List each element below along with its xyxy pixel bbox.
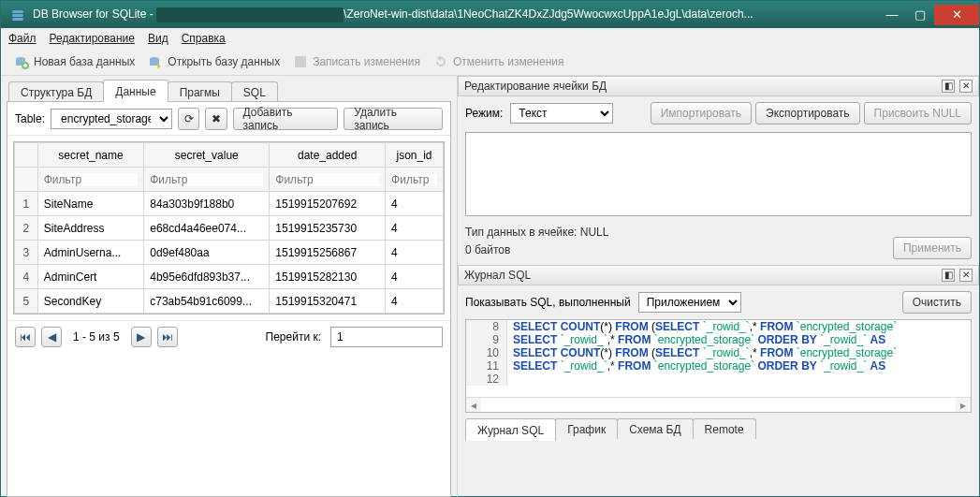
menu-file[interactable]: Файл <box>8 32 37 45</box>
menu-help[interactable]: Справка <box>182 32 226 45</box>
tab-Структура БД[interactable]: Структура БД <box>8 81 104 102</box>
toolbar: Новая база данных Открыть базу данных За… <box>1 48 979 76</box>
right-pane: Редактирование ячейки БД ◧ ✕ Режим: Текс… <box>458 76 979 497</box>
data-tab-body: Table: encrypted_storage ⟳ ✖ Добавить за… <box>7 101 451 497</box>
pager-first[interactable]: ⏮ <box>15 327 36 347</box>
revert-icon <box>433 54 448 69</box>
bottom-tab-Журнал SQL[interactable]: Журнал SQL <box>465 418 556 441</box>
save-label: Записать изменения <box>313 55 420 68</box>
clear-log-button[interactable]: Очистить <box>902 291 972 314</box>
cell-editor-float-icon[interactable]: ◧ <box>942 80 955 93</box>
scroll-right-icon[interactable]: ▸ <box>956 398 971 413</box>
col-json_id[interactable]: json_id <box>386 143 444 168</box>
tab-Данные[interactable]: Данные <box>103 80 168 102</box>
cell-editor-header: Редактирование ячейки БД ◧ ✕ <box>458 76 979 96</box>
filter-date_added[interactable] <box>275 173 379 186</box>
add-row-button[interactable]: Добавить запись <box>233 108 339 130</box>
cell-editor-body: Режим: Текст Импортировать Экспортироват… <box>458 96 979 265</box>
col-secret_value[interactable]: secret_value <box>144 143 270 168</box>
filter-secret_name[interactable] <box>44 173 138 186</box>
cell-editor-title: Редактирование ячейки БД <box>464 80 607 93</box>
clear-filters-button[interactable]: ✖ <box>205 108 227 130</box>
data-grid[interactable]: secret_namesecret_valuedate_addedjson_id… <box>14 142 444 314</box>
left-pane: Структура БДДанныеПрагмыSQL Table: encry… <box>1 76 458 497</box>
bottom-tab-График[interactable]: График <box>555 418 618 439</box>
sql-log-controls: Показывать SQL, выполненный Приложением … <box>458 285 979 319</box>
cell-editor-textarea[interactable] <box>465 132 972 216</box>
menu-view[interactable]: Вид <box>148 32 168 45</box>
menubar: Файл Редактирование Вид Справка <box>1 28 979 48</box>
sql-hscroll[interactable]: ◂ ▸ <box>466 397 971 412</box>
main-area: Структура БДДанныеПрагмыSQL Table: encry… <box>1 76 979 497</box>
scroll-left-icon[interactable]: ◂ <box>466 398 481 413</box>
open-db-button[interactable]: Открыть базу данных <box>148 54 280 69</box>
table-row[interactable]: 5SecondKeyc73ab54b91c6099...151991532047… <box>15 289 444 314</box>
save-changes-button: Записать изменения <box>293 54 420 69</box>
open-db-label: Открыть базу данных <box>168 55 280 68</box>
bottom-tabs: Журнал SQLГрафикСхема БДRemote <box>465 418 979 441</box>
set-null-button: Присвоить NULL <box>864 102 972 124</box>
open-db-icon <box>148 54 163 69</box>
pager-prev[interactable]: ◀ <box>41 327 62 347</box>
svg-rect-0 <box>12 10 23 13</box>
delete-row-button[interactable]: Удалить запись <box>344 108 443 130</box>
pager-next[interactable]: ▶ <box>131 327 152 347</box>
sql-log-title: Журнал SQL <box>464 269 531 282</box>
sql-log-close-icon[interactable]: ✕ <box>959 269 973 282</box>
sql-log-float-icon[interactable]: ◧ <box>942 269 955 282</box>
cell-editor-close-icon[interactable]: ✕ <box>959 80 973 93</box>
maximize-button[interactable]: ▢ <box>906 5 934 25</box>
pager-last[interactable]: ⏭ <box>157 327 178 347</box>
app-window: DB Browser for SQLite - \ZeroNet-win-dis… <box>0 0 980 497</box>
svg-rect-2 <box>12 18 23 21</box>
table-row[interactable]: 4AdminCert4b95e6dfd893b37...151991528213… <box>15 265 444 289</box>
mode-select[interactable]: Текст <box>510 103 613 124</box>
import-button: Импортировать <box>651 102 752 124</box>
cell-size-label: 0 байтов <box>465 241 893 259</box>
sql-log-view[interactable]: 8SELECT COUNT(*) FROM (SELECT `_rowid_`,… <box>465 319 972 413</box>
goto-input[interactable] <box>330 327 443 347</box>
app-icon <box>8 6 27 24</box>
col-secret_name[interactable]: secret_name <box>37 143 143 168</box>
sql-line: 12 <box>466 373 971 386</box>
filter-secret_value[interactable] <box>150 173 263 186</box>
mode-label: Режим: <box>465 107 503 120</box>
table-select-row: Table: encrypted_storage ⟳ ✖ Добавить за… <box>7 102 450 136</box>
new-db-button[interactable]: Новая база данных <box>14 54 135 69</box>
show-sql-label: Показывать SQL, выполненный <box>465 296 631 309</box>
refresh-button[interactable]: ⟳ <box>178 108 199 130</box>
table-row[interactable]: 2SiteAddresse68cd4a46ee074...15199152357… <box>15 216 444 241</box>
revert-changes-button: Отменить изменения <box>433 54 563 69</box>
sql-line: 10SELECT COUNT(*) FROM (SELECT `_rowid_`… <box>466 346 971 359</box>
filter-icon: ✖ <box>212 112 221 125</box>
minimize-button[interactable]: — <box>878 5 906 25</box>
tab-SQL[interactable]: SQL <box>231 81 278 102</box>
cell-type-label: Тип данных в ячейке: NULL <box>465 224 893 241</box>
save-icon <box>293 54 308 69</box>
sql-line: 9SELECT `_rowid_`,* FROM `encrypted_stor… <box>466 333 971 346</box>
pager-count: 1 - 5 из 5 <box>67 330 125 344</box>
svg-rect-1 <box>12 14 23 17</box>
bottom-tab-Remote[interactable]: Remote <box>693 418 756 439</box>
tab-Прагмы[interactable]: Прагмы <box>168 81 232 102</box>
table-row[interactable]: 1SiteName84a303b9f188b015199152076924 <box>15 192 444 216</box>
pager: ⏮ ◀ 1 - 5 из 5 ▶ ⏭ Перейти к: <box>7 320 450 353</box>
sql-line: 8SELECT COUNT(*) FROM (SELECT `_rowid_`,… <box>466 320 971 333</box>
menu-edit[interactable]: Редактирование <box>50 32 135 45</box>
table-row[interactable]: 3AdminUserna...0d9ef480aa15199152568674 <box>15 241 444 265</box>
col-date_added[interactable]: date_added <box>270 143 386 168</box>
close-button[interactable]: ✕ <box>934 5 979 25</box>
table-select[interactable]: encrypted_storage <box>51 109 172 129</box>
bottom-tab-Схема БД[interactable]: Схема БД <box>617 418 693 439</box>
new-db-icon <box>14 54 29 69</box>
new-db-label: Новая база данных <box>34 55 135 68</box>
sql-source-select[interactable]: Приложением <box>638 292 741 313</box>
filter-json_id[interactable] <box>391 173 437 186</box>
refresh-icon: ⟳ <box>184 112 194 125</box>
sql-log-header: Журнал SQL ◧ ✕ <box>458 265 979 285</box>
titlebar: DB Browser for SQLite - \ZeroNet-win-dis… <box>1 1 979 28</box>
apply-button: Применить <box>893 237 972 259</box>
left-tabs: Структура БДДанныеПрагмыSQL <box>8 80 451 102</box>
export-button[interactable]: Экспортировать <box>755 102 860 124</box>
window-title: DB Browser for SQLite - \ZeroNet-win-dis… <box>33 7 878 22</box>
